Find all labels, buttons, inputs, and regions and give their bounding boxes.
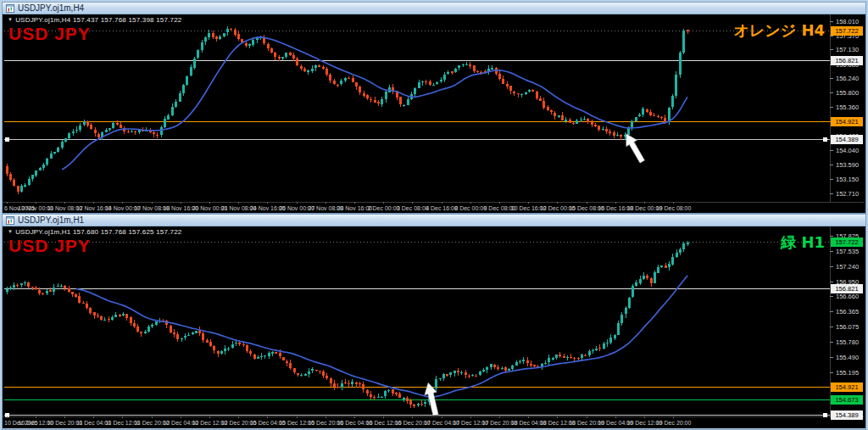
ohlc-readout: USDJPY.oj1m,H1 157.680 157.768 157.625 1… [15, 228, 181, 236]
svg-text:157.240: 157.240 [836, 263, 859, 271]
timeframe-label-h4: オレンジ H4 [733, 20, 825, 41]
symbol-watermark: USD JPY [8, 24, 91, 44]
axis-price-box: 156.821 [831, 284, 863, 293]
svg-text:154.389: 154.389 [835, 411, 858, 419]
svg-text:154.921: 154.921 [835, 383, 858, 391]
chart-window-icon [6, 216, 14, 225]
svg-text:156.821: 156.821 [835, 285, 858, 293]
svg-text:156.821: 156.821 [835, 57, 858, 64]
svg-text:19 Dec 08:00: 19 Dec 08:00 [656, 205, 692, 211]
ohlc-readout: USDJPY.oj1m,H4 157.437 157.768 157.398 1… [15, 16, 181, 24]
chart-window-h4: USDJPY.oj1m,H4 158.010157.570157.130156.… [2, 2, 866, 214]
expand-arrow-icon[interactable]: ▼ [8, 229, 13, 234]
axis-price-box: 154.389 [831, 135, 863, 144]
axis-price-box: 154.921 [831, 383, 863, 392]
svg-text:154.389: 154.389 [835, 136, 858, 143]
svg-text:157.722: 157.722 [835, 238, 858, 246]
svg-text:155.490: 155.490 [836, 354, 859, 361]
window-titlebar[interactable]: USDJPY.oj1m,H4 [3, 3, 865, 14]
svg-text:154.673: 154.673 [835, 396, 858, 404]
svg-text:155.780: 155.780 [836, 338, 859, 346]
svg-text:154.921: 154.921 [835, 118, 858, 126]
chart-canvas[interactable]: 157.825157.535157.240156.950156.660156.3… [3, 226, 864, 428]
svg-text:4 Dec 16:00: 4 Dec 16:00 [426, 205, 458, 211]
chart-window-icon [6, 4, 14, 13]
timeframe-label-h1: 緑 H1 [781, 232, 825, 253]
svg-text:157.535: 157.535 [836, 248, 859, 255]
svg-text:156.240: 156.240 [836, 75, 859, 82]
svg-text:156.075: 156.075 [836, 323, 859, 331]
time-axis[interactable]: 10 Dec 202510 Dec 12:0010 Dec 20:0011 De… [4, 416, 692, 426]
svg-text:156.660: 156.660 [836, 293, 859, 300]
price-axis[interactable]: 157.825157.535157.240156.950156.660156.3… [830, 232, 859, 377]
svg-text:157.130: 157.130 [836, 46, 859, 53]
candles [6, 26, 689, 194]
window-title: USDJPY.oj1m,H1 [18, 215, 84, 226]
svg-text:156.365: 156.365 [836, 308, 859, 316]
moving-average-line[interactable] [62, 37, 687, 170]
chart-window-h1: USDJPY.oj1m,H1 157.825157.535157.240156.… [2, 214, 866, 430]
moving-average-line[interactable] [76, 276, 687, 397]
line-anchor-handle[interactable] [823, 137, 827, 142]
axis-price-box: 157.722 [831, 26, 863, 36]
svg-text:155.360: 155.360 [836, 103, 859, 111]
svg-text:155.195: 155.195 [836, 369, 859, 377]
svg-text:153.590: 153.590 [836, 161, 859, 169]
line-anchor-handle[interactable] [5, 137, 9, 142]
svg-text:153.150: 153.150 [836, 176, 859, 183]
chart-info-line: ▼USDJPY.oj1m,H4 157.437 157.768 157.398 … [8, 16, 181, 24]
svg-text:19 Dec 20:00: 19 Dec 20:00 [656, 420, 692, 426]
svg-text:155.800: 155.800 [836, 89, 859, 97]
window-title: USDJPY.oj1m,H4 [18, 3, 84, 14]
svg-text:154.040: 154.040 [836, 147, 859, 154]
svg-text:158.010: 158.010 [836, 18, 859, 25]
svg-text:157.722: 157.722 [835, 27, 858, 35]
trading-terminal: USDJPY.oj1m,H4 158.010157.570157.130156.… [0, 0, 868, 430]
candles [6, 241, 689, 408]
symbol-watermark: USD JPY [8, 236, 91, 256]
annotation-arrow[interactable] [626, 134, 645, 164]
window-titlebar[interactable]: USDJPY.oj1m,H1 [3, 215, 865, 226]
svg-text:152.710: 152.710 [836, 190, 859, 198]
line-anchor-handle[interactable] [823, 413, 827, 417]
svg-text:2 Dec 00:00: 2 Dec 00:00 [368, 205, 400, 211]
expand-arrow-icon[interactable]: ▼ [8, 17, 13, 22]
axis-price-box: 154.673 [831, 395, 863, 405]
svg-text:8 Dec 00:00: 8 Dec 00:00 [454, 205, 487, 211]
axis-price-box: 154.921 [831, 117, 863, 126]
chart-info-line: ▼USDJPY.oj1m,H1 157.680 157.768 157.625 … [8, 228, 181, 236]
axis-price-box: 154.389 [831, 410, 863, 420]
svg-text:3 Dec 08:00: 3 Dec 08:00 [397, 205, 429, 211]
chart-canvas[interactable]: 158.010157.570157.130156.680156.240155.8… [3, 14, 864, 213]
axis-price-box: 156.821 [831, 56, 863, 65]
price-axis[interactable]: 158.010157.570157.130156.680156.240155.8… [830, 18, 859, 198]
time-axis[interactable]: 6 Nov 202510 Nov 00:0011 Nov 08:0012 Nov… [4, 202, 692, 211]
chart-client-area: 158.010157.570157.130156.680156.240155.8… [3, 14, 865, 213]
axis-price-box: 157.722 [831, 237, 863, 247]
chart-client-area: 157.825157.535157.240156.950156.660156.3… [3, 226, 865, 428]
